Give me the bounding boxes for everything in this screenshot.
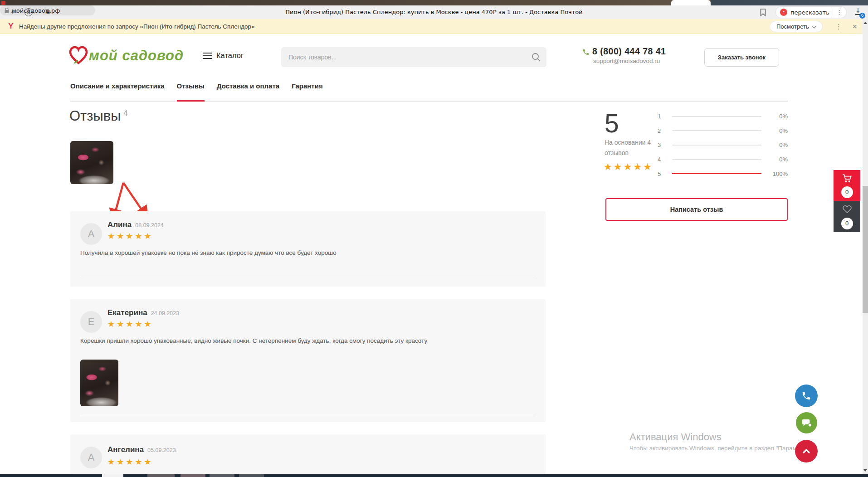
review-text: Получила в хорошей упаковке но пока не з… bbox=[80, 249, 525, 256]
view-offers-label: Посмотреть bbox=[776, 23, 809, 30]
cart-count-badge: 0 bbox=[841, 186, 853, 198]
rating-row-percent: 100% bbox=[769, 170, 788, 177]
cart-widget[interactable]: 0 bbox=[834, 170, 860, 201]
page-title: Пион (Ито-гибрид) Пастель Сплендор: купи… bbox=[285, 5, 583, 19]
rating-row-label: 2 bbox=[658, 127, 664, 134]
taskbar-item bbox=[147, 474, 175, 477]
tab-description[interactable]: Описание и характеристика bbox=[70, 81, 165, 101]
header-email[interactable]: support@moisadovod.ru bbox=[593, 58, 660, 64]
yandex-offers-infobar: Y Найдены другие предложения по запросу … bbox=[0, 19, 863, 34]
browser-toolbar: ← Я ↻ мойсадовод.рф Пион (Ито-гибрид) Па… bbox=[0, 5, 868, 19]
reload-icon[interactable]: ↻ bbox=[45, 5, 51, 19]
catalog-menu-icon[interactable] bbox=[203, 53, 212, 61]
avatar: А bbox=[80, 447, 102, 468]
logo-heart-icon[interactable] bbox=[68, 45, 89, 66]
infobar-menu-icon[interactable]: ⋮ bbox=[835, 21, 842, 32]
review-card: Е Екатерина24.09.2023 ★★★★★ Корешки приш… bbox=[70, 299, 546, 422]
rating-row-percent: 0% bbox=[769, 113, 788, 120]
tab-reviews[interactable]: Отзывы bbox=[177, 81, 205, 101]
product-tabs: Описание и характеристика Отзывы Доставк… bbox=[70, 81, 788, 102]
review-photo-thumbnail[interactable] bbox=[70, 141, 113, 184]
rating-row-label: 1 bbox=[658, 113, 664, 120]
page-scrollbar[interactable] bbox=[863, 19, 868, 474]
review-photo-thumbnail[interactable] bbox=[80, 360, 118, 406]
catalog-button[interactable]: Каталог bbox=[216, 51, 244, 60]
write-review-button[interactable]: Написать отзыв bbox=[605, 198, 788, 221]
taskbar-item bbox=[210, 474, 234, 477]
search-box bbox=[281, 47, 546, 67]
phone-icon bbox=[582, 49, 590, 56]
scrollbar-thumb[interactable] bbox=[863, 186, 868, 313]
review-divider bbox=[80, 276, 536, 276]
chevron-down-icon bbox=[812, 24, 816, 28]
taskbar-item bbox=[239, 474, 264, 477]
logo-text[interactable]: мой садовод bbox=[89, 48, 184, 64]
review-card: А Ангелина05.09.2023 ★★★★★ bbox=[70, 434, 546, 474]
review-divider bbox=[80, 416, 536, 416]
average-rating: 5 bbox=[605, 108, 619, 138]
scroll-to-top-button[interactable] bbox=[795, 440, 818, 462]
order-call-button[interactable]: Заказать звонок bbox=[704, 48, 779, 67]
rating-row-label: 5 bbox=[658, 170, 664, 177]
favorites-widget[interactable]: 0 bbox=[834, 201, 860, 232]
tab-strip-accent bbox=[1, 1, 5, 5]
chat-float-button[interactable] bbox=[796, 412, 817, 433]
taskbar-item bbox=[180, 474, 205, 477]
url-text: мойсадовод.рф bbox=[12, 7, 60, 14]
favorites-count-badge: 0 bbox=[841, 218, 853, 229]
scrollbar-down-arrow[interactable] bbox=[863, 469, 867, 472]
reviews-count: 4 bbox=[124, 109, 128, 117]
cart-icon bbox=[841, 173, 853, 184]
retell-menu-icon[interactable]: ⋮ bbox=[836, 9, 843, 16]
pill-divider bbox=[833, 9, 833, 16]
review-date: 24.09.2023 bbox=[151, 310, 180, 316]
infobar-message: Найдены другие предложения по запросу «П… bbox=[19, 19, 255, 34]
rating-distribution: 10% 20% 30% 40% 5100% bbox=[658, 109, 788, 181]
taskbar-item bbox=[102, 474, 123, 477]
search-input[interactable] bbox=[281, 47, 546, 67]
rating-row: 10% bbox=[658, 109, 788, 124]
reviewer-name-text: Ангелина bbox=[107, 445, 144, 454]
avatar: А bbox=[80, 223, 102, 245]
heart-icon bbox=[842, 204, 853, 214]
scrollbar-up-arrow[interactable] bbox=[863, 22, 867, 24]
review-stars: ★★★★★ bbox=[107, 231, 153, 241]
rating-row: 20% bbox=[658, 124, 788, 138]
average-stars: ★★★★★ bbox=[604, 161, 653, 172]
search-icon[interactable] bbox=[531, 52, 541, 62]
phone-icon bbox=[801, 391, 811, 401]
tab-delivery[interactable]: Доставка и оплата bbox=[217, 81, 279, 101]
rating-bar-fill bbox=[672, 173, 761, 174]
quote-icon: ❝ bbox=[780, 9, 787, 16]
avatar: Е bbox=[80, 311, 102, 333]
download-count-badge: 6 bbox=[859, 13, 865, 19]
chat-icon bbox=[801, 418, 812, 428]
callback-float-button[interactable] bbox=[795, 385, 818, 407]
rating-row: 40% bbox=[658, 152, 788, 167]
reviews-heading-text: Отзывы bbox=[69, 108, 121, 124]
chevron-up-icon bbox=[801, 446, 812, 457]
lock-icon bbox=[5, 8, 9, 14]
header-phone-number[interactable]: 8 (800) 444 78 41 bbox=[592, 46, 666, 57]
rating-bar-track bbox=[672, 116, 761, 117]
back-icon[interactable]: ← bbox=[11, 5, 17, 19]
tab-strip-right bbox=[711, 0, 868, 5]
review-text: Корешки пришли хорошо упакованные, видно… bbox=[80, 337, 525, 344]
reviewer-name-text: Алина bbox=[107, 220, 132, 229]
rating-row-percent: 0% bbox=[769, 156, 788, 163]
rating-row-label: 4 bbox=[658, 156, 664, 163]
infobar-close-icon[interactable]: × bbox=[853, 21, 857, 32]
retell-button[interactable]: ❝ пересказать ⋮ bbox=[775, 6, 847, 18]
review-stars: ★★★★★ bbox=[107, 319, 153, 329]
reviewer-name: Алина08.09.2024 bbox=[107, 220, 164, 229]
reviewer-name: Ангелина05.09.2023 bbox=[107, 445, 176, 454]
taskbar-strip bbox=[0, 474, 868, 477]
window-tab-strip bbox=[0, 0, 868, 5]
rating-row-percent: 0% bbox=[769, 127, 788, 134]
windows-activation-subtitle: Чтобы активировать Windows, перейдите в … bbox=[629, 445, 814, 452]
tab-warranty[interactable]: Гарантия bbox=[292, 81, 323, 101]
bookmark-icon[interactable] bbox=[760, 9, 766, 16]
view-offers-button[interactable]: Посмотреть bbox=[770, 21, 823, 32]
yandex-browser-icon[interactable]: Я bbox=[24, 8, 33, 16]
downloads-button[interactable]: ↓ 6 bbox=[853, 7, 863, 17]
